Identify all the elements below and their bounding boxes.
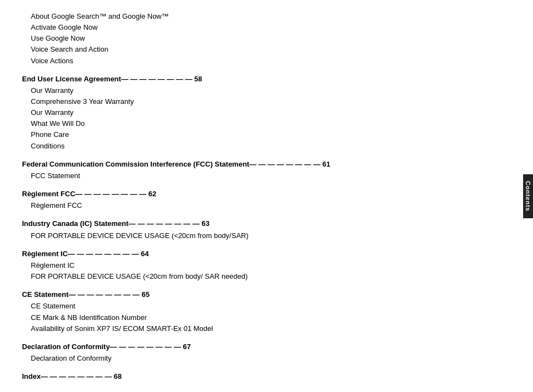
list-item: CE Statement [31,301,519,312]
section-sub-items: Declaration of Conformity [22,353,519,364]
section-title: Index— — — — — — — — 68 [22,372,519,382]
list-item: Phone Care [31,129,519,140]
list-item: Activate Google Now [31,22,519,33]
list-item: Availability of Sonim XP7 IS/ ECOM SMART… [31,323,519,334]
toc-section: End User License Agreement— — — — — — — … [22,74,519,152]
toc-section: Federal Communication Commission Interfe… [22,159,519,181]
list-item: Voice Search and Action [31,44,519,55]
list-item: Declaration of Conformity [31,353,519,364]
list-item: Use Google Now [31,33,519,44]
list-item: FOR PORTABLE DEVICE DEVICE USAGE (<20cm … [31,230,519,241]
top-sub-items: About Google Search™ and Google Now™ Act… [22,11,519,67]
list-item: FOR PORTABLE DEVICE USAGE (<20cm from bo… [31,271,519,282]
list-item: CE Mark & NB Identification Number [31,312,519,323]
list-item: Comprehensive 3 Year Warranty [31,96,519,107]
section-sub-items: CE StatementCE Mark & NB Identification … [22,301,519,334]
toc-content: About Google Search™ and Google Now™ Act… [17,11,519,381]
list-item: About Google Search™ and Google Now™ [31,11,519,22]
toc-sections: End User License Agreement— — — — — — — … [22,74,519,382]
section-title: End User License Agreement— — — — — — — … [22,74,519,84]
contents-tab[interactable]: Contents [523,174,533,218]
list-item: Règlement IC [31,260,519,271]
toc-section: CE Statement— — — — — — — — 65CE Stateme… [22,290,519,334]
section-title: CE Statement— — — — — — — — 65 [22,290,519,300]
section-sub-items: Our WarrantyComprehensive 3 Year Warrant… [22,85,519,152]
list-item: Our Warranty [31,107,519,118]
section-sub-items: FOR PORTABLE DEVICE DEVICE USAGE (<20cm … [22,230,519,241]
section-title: Federal Communication Commission Interfe… [22,159,519,169]
toc-section: Declaration of Conformity— — — — — — — —… [22,342,519,364]
list-item: Voice Actions [31,56,519,67]
section-title: Règlement FCC— — — — — — — — 62 [22,189,519,199]
list-item: FCC Statement [31,170,519,181]
list-item: Règlement FCC [31,200,519,211]
section-sub-items: Règlement ICFOR PORTABLE DEVICE USAGE (<… [22,260,519,282]
toc-section: Index— — — — — — — — 68 [22,372,519,382]
section-sub-items: FCC Statement [22,170,519,181]
toc-section: Industry Canada (IC) Statement— — — — — … [22,219,519,241]
section-title: Industry Canada (IC) Statement— — — — — … [22,219,519,229]
section-title: Règlement IC— — — — — — — — 64 [22,249,519,259]
list-item: What We Will Do [31,118,519,129]
list-item: Conditions [31,141,519,152]
list-item: Our Warranty [31,85,519,96]
toc-section: Règlement IC— — — — — — — — 64Règlement … [22,249,519,282]
section-title: Declaration of Conformity— — — — — — — —… [22,342,519,352]
toc-section: Règlement FCC— — — — — — — — 62Règlement… [22,189,519,211]
section-sub-items: Règlement FCC [22,200,519,211]
contents-tab-label: Contents [525,181,531,212]
